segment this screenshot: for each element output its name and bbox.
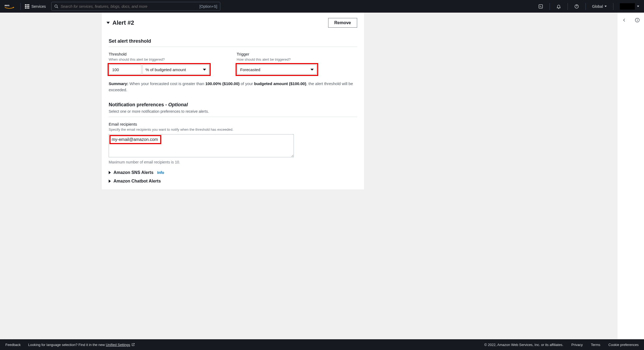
threshold-unit-select[interactable]: % of budgeted amount bbox=[142, 65, 209, 74]
services-label: Services bbox=[31, 4, 46, 9]
external-link-icon bbox=[131, 343, 135, 347]
threshold-input[interactable]: 100 bbox=[109, 65, 141, 74]
search-kbd-hint: [Option+S] bbox=[199, 4, 217, 9]
summary-text: When your forecasted cost is greater tha… bbox=[128, 81, 205, 86]
aws-logo[interactable]: aws bbox=[3, 3, 18, 9]
divider bbox=[568, 3, 568, 10]
unified-settings-link[interactable]: Unified Settings bbox=[106, 343, 135, 347]
email-help: Specify the email recipients you want to… bbox=[109, 127, 357, 132]
summary-pct: 100.00% ($100.00) bbox=[205, 81, 240, 86]
info-icon[interactable] bbox=[635, 17, 640, 24]
trigger-label: Trigger bbox=[237, 52, 357, 56]
lang-prompt: Looking for language selection? Find it … bbox=[28, 343, 135, 347]
threshold-heading: Set alert threshold bbox=[109, 38, 357, 44]
notifications-icon[interactable] bbox=[552, 0, 565, 13]
chevron-right-icon bbox=[109, 171, 111, 174]
left-gutter bbox=[0, 13, 101, 339]
trigger-value: Forecasted bbox=[240, 67, 260, 72]
trigger-help: How should this alert be triggered? bbox=[237, 57, 357, 61]
summary-budget: budgeted amount ($100.00) bbox=[254, 81, 306, 86]
region-selector[interactable]: Global bbox=[588, 4, 610, 9]
search-icon bbox=[54, 4, 58, 9]
notif-heading-optional: Optional bbox=[168, 102, 188, 107]
trigger-select[interactable]: Forecasted bbox=[237, 65, 317, 74]
help-icon[interactable] bbox=[570, 0, 583, 13]
chevron-down-icon bbox=[310, 69, 314, 71]
services-menu[interactable]: Services bbox=[23, 4, 47, 9]
collapse-rail-icon[interactable] bbox=[621, 17, 627, 24]
threshold-help: When should this alert be triggered? bbox=[109, 57, 229, 61]
privacy-link[interactable]: Privacy bbox=[571, 343, 583, 347]
divider bbox=[550, 3, 550, 10]
unified-settings-label: Unified Settings bbox=[106, 343, 130, 347]
notif-subheading: Select one or more notification preferen… bbox=[109, 109, 357, 114]
sns-alerts-toggle[interactable]: Amazon SNS Alerts Info bbox=[109, 170, 357, 175]
sns-info-link[interactable]: Info bbox=[157, 170, 164, 175]
notif-heading: Notification preferences - Optional bbox=[109, 102, 357, 108]
feedback-link[interactable]: Feedback bbox=[5, 343, 21, 347]
collapse-toggle-icon[interactable] bbox=[107, 22, 110, 24]
divider bbox=[109, 117, 357, 117]
notif-heading-text: Notification preferences - bbox=[109, 102, 168, 107]
email-hint: Maximum number of email recipients is 10… bbox=[109, 160, 357, 164]
svg-text:aws: aws bbox=[5, 3, 10, 6]
chatbot-label: Amazon Chatbot Alerts bbox=[114, 179, 161, 184]
chatbot-alerts-toggle[interactable]: Amazon Chatbot Alerts bbox=[109, 179, 357, 184]
search-box[interactable]: [Option+S] bbox=[51, 2, 220, 11]
terms-link[interactable]: Terms bbox=[591, 343, 600, 347]
top-nav: aws Services [Option+S] Global bbox=[0, 0, 644, 13]
divider bbox=[109, 47, 357, 47]
email-recipients-input[interactable] bbox=[109, 134, 294, 157]
divider bbox=[20, 3, 21, 10]
chevron-down-icon bbox=[637, 6, 639, 7]
threshold-value: 100 bbox=[112, 67, 119, 72]
divider bbox=[586, 3, 586, 10]
sns-label: Amazon SNS Alerts bbox=[114, 170, 153, 175]
threshold-unit-value: % of budgeted amount bbox=[145, 67, 186, 72]
grid-icon bbox=[25, 4, 29, 9]
chevron-right-icon bbox=[109, 180, 111, 183]
alert-panel: Alert #2 Remove Set alert threshold Thre… bbox=[101, 13, 364, 190]
summary-text: of your bbox=[240, 81, 254, 86]
region-label: Global bbox=[592, 4, 603, 9]
divider bbox=[613, 3, 613, 10]
svg-point-1 bbox=[55, 5, 57, 7]
chevron-down-icon bbox=[203, 69, 206, 71]
threshold-summary: Summary: When your forecasted cost is gr… bbox=[109, 81, 357, 93]
chevron-down-icon bbox=[605, 6, 607, 7]
svg-point-7 bbox=[637, 19, 638, 19]
footer: Feedback Looking for language selection?… bbox=[0, 339, 644, 350]
search-input[interactable] bbox=[61, 4, 197, 9]
remove-button[interactable]: Remove bbox=[328, 18, 357, 28]
right-rail bbox=[617, 13, 644, 339]
svg-line-2 bbox=[57, 7, 58, 8]
account-redacted[interactable] bbox=[620, 3, 635, 10]
cloudshell-icon[interactable] bbox=[535, 0, 547, 13]
summary-prefix: Summary: bbox=[109, 81, 128, 86]
threshold-label: Threshold bbox=[109, 52, 229, 56]
panel-title: Alert #2 bbox=[112, 19, 134, 26]
cookie-preferences-link[interactable]: Cookie preferences bbox=[608, 343, 639, 347]
copyright: © 2022, Amazon Web Services, Inc. or its… bbox=[484, 343, 564, 347]
email-label: Email recipients bbox=[109, 122, 357, 126]
lang-prompt-text: Looking for language selection? Find it … bbox=[28, 343, 106, 347]
